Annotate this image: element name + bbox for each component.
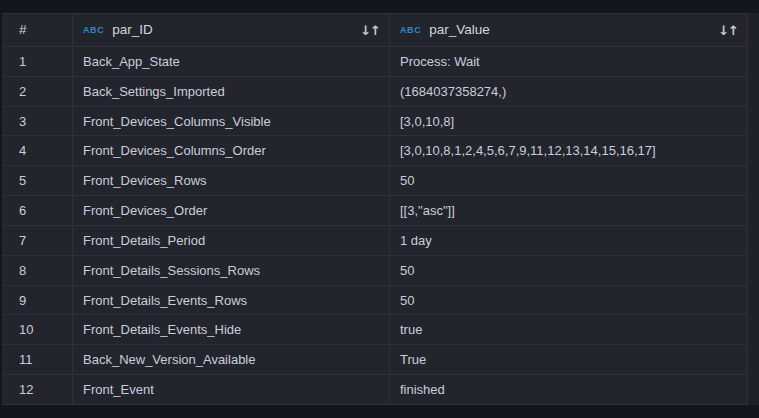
table-row: 8 Front_Details_Sessions_Rows 50 [2,256,759,286]
row-index-cell: 6 [2,196,73,226]
par-value-cell: [[3,"asc"]] [390,196,748,226]
row-right-gutter [748,47,759,77]
sort-icon[interactable]: ↓↑ [360,24,380,37]
row-right-gutter [748,286,759,316]
par-value-cell: Process: Wait [390,47,748,77]
row-right-gutter [748,136,759,166]
string-type-icon: ABC [83,26,104,35]
par-id-cell: Front_Details_Sessions_Rows [73,256,390,286]
par-value-cell: (1684037358274,) [390,77,748,107]
row-index-cell: 2 [2,77,73,107]
row-index-cell: 9 [2,286,73,316]
par-id-cell: Back_Settings_Imported [73,77,390,107]
string-type-icon: ABC [400,26,421,35]
row-index-cell: 10 [2,315,73,345]
table-row: 7 Front_Details_Period 1 day [2,226,759,256]
par-id-cell: Back_App_State [73,47,390,77]
table-row: 4 Front_Devices_Columns_Order [3,0,10,8,… [2,136,759,166]
table-row: 2 Back_Settings_Imported (1684037358274,… [2,77,759,107]
row-index-cell: 12 [2,375,73,405]
index-column-label: # [19,23,27,37]
par-id-cell: Back_New_Version_Available [73,345,390,375]
table-row: 12 Front_Event finished [2,375,759,405]
table-row: 6 Front_Devices_Order [[3,"asc"]] [2,196,759,226]
header-par-id-column[interactable]: ABC par_ID ↓↑ [73,13,390,47]
header-par-value-column[interactable]: ABC par_Value ↓↑ [390,13,748,47]
par-id-cell: Front_Devices_Columns_Order [73,136,390,166]
par-id-cell: Front_Devices_Rows [73,166,390,196]
table-row: 10 Front_Details_Events_Hide true [2,315,759,345]
par-id-cell: Front_Devices_Columns_Visible [73,107,390,137]
row-right-gutter [748,345,759,375]
header-right-gutter [748,13,759,47]
par-id-column-label: par_ID [112,23,153,37]
par-value-cell: True [390,345,748,375]
row-index-cell: 8 [2,256,73,286]
row-index-cell: 5 [2,166,73,196]
par-value-column-label: par_Value [429,23,490,37]
row-right-gutter [748,315,759,345]
row-index-cell: 3 [2,107,73,137]
page-background-bottom [0,405,759,418]
table-header-row: # ABC par_ID ↓↑ ABC par_Value ↓↑ [2,13,759,47]
table-row: 9 Front_Details_Events_Rows 50 [2,286,759,316]
row-index-cell: 4 [2,136,73,166]
table-body: 1 Back_App_State Process: Wait 2 Back_Se… [2,47,759,405]
table-panel: # ABC par_ID ↓↑ ABC par_Value ↓↑ 1 Back_… [0,0,759,418]
row-index-cell: 11 [2,345,73,375]
header-index-column: # [2,13,73,47]
row-right-gutter [748,107,759,137]
table-row: 1 Back_App_State Process: Wait [2,47,759,77]
sort-icon[interactable]: ↓↑ [718,24,738,37]
row-right-gutter [748,196,759,226]
row-right-gutter [748,375,759,405]
par-id-cell: Front_Details_Events_Hide [73,315,390,345]
par-value-cell: [3,0,10,8,1,2,4,5,6,7,9,11,12,13,14,15,1… [390,136,748,166]
par-id-cell: Front_Details_Events_Rows [73,286,390,316]
par-value-cell: [3,0,10,8] [390,107,748,137]
row-right-gutter [748,256,759,286]
par-id-cell: Front_Devices_Order [73,196,390,226]
page-background-top [0,0,759,13]
table-row: 5 Front_Devices_Rows 50 [2,166,759,196]
row-index-cell: 7 [2,226,73,256]
row-right-gutter [748,226,759,256]
par-value-cell: 1 day [390,226,748,256]
par-value-cell: 50 [390,166,748,196]
table-row: 11 Back_New_Version_Available True [2,345,759,375]
par-id-cell: Front_Event [73,375,390,405]
row-right-gutter [748,166,759,196]
par-value-cell: 50 [390,256,748,286]
row-index-cell: 1 [2,47,73,77]
par-value-cell: 50 [390,286,748,316]
par-value-cell: true [390,315,748,345]
row-right-gutter [748,77,759,107]
par-id-cell: Front_Details_Period [73,226,390,256]
table-row: 3 Front_Devices_Columns_Visible [3,0,10,… [2,107,759,137]
data-table: # ABC par_ID ↓↑ ABC par_Value ↓↑ 1 Back_… [0,13,759,405]
par-value-cell: finished [390,375,748,405]
